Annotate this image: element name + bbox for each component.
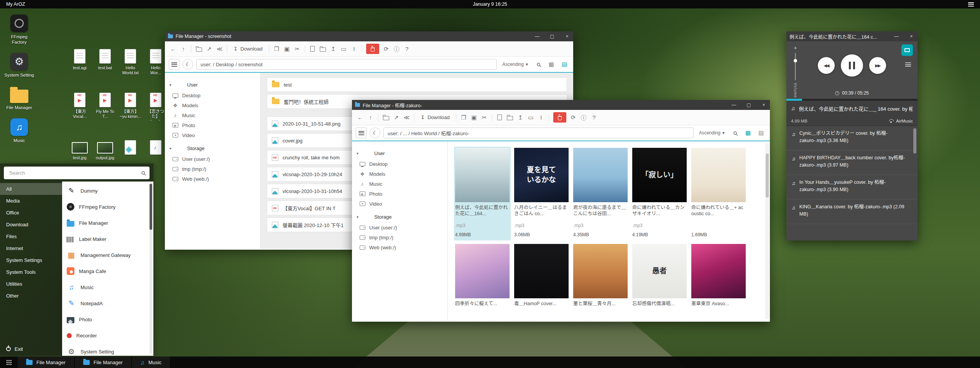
volume-slider-thumb[interactable] <box>794 59 797 62</box>
cut-button[interactable]: ✂ <box>479 112 490 123</box>
up-button[interactable]: ↑ <box>365 112 376 123</box>
next-button[interactable]: ▶▶ <box>869 57 886 74</box>
category-item[interactable]: Download <box>0 219 62 231</box>
playlist-item[interactable]: In Your Hands＿yusukeP cover. by 柘榴-zakur… <box>786 175 918 200</box>
sort-dropdown[interactable]: Ascending▾ <box>502 62 528 67</box>
sidebar-item[interactable]: Video <box>352 199 447 209</box>
sidebar-item[interactable]: tmp (tmp:/) <box>352 232 447 242</box>
desktop-icon[interactable]: FFmpeg Factory <box>4 15 35 45</box>
output-device[interactable]: AirMusic <box>889 119 913 123</box>
category-item[interactable]: Office <box>0 207 62 219</box>
scrollbar[interactable] <box>765 143 769 319</box>
scrollbar-thumb[interactable] <box>913 128 916 154</box>
paste-button[interactable]: ▣ <box>469 112 479 123</box>
info-button[interactable]: ⓘ <box>579 112 589 123</box>
file-tile[interactable]: 例えば、今此処に置かれた花に＿164... .mp3 4.99MB <box>454 147 511 240</box>
sidebar-item[interactable]: Models <box>352 169 447 179</box>
up-button[interactable]: ↑ <box>178 44 189 54</box>
previous-button[interactable]: ◀◀ <box>818 57 835 74</box>
exit-button[interactable]: Exit <box>0 342 62 356</box>
close-button[interactable]: × <box>905 31 918 41</box>
desktop-file[interactable]: test.bat <box>94 49 116 75</box>
sidebar-item[interactable]: Storage <box>352 211 447 222</box>
open-folder-button[interactable] <box>194 44 204 54</box>
sidebar-item[interactable]: User (user:/) <box>352 222 447 232</box>
category-item[interactable]: All <box>0 183 62 195</box>
app-item[interactable]: Manga Cafe <box>62 263 153 279</box>
desktop-file[interactable] <box>120 140 141 160</box>
start-button[interactable] <box>0 357 18 368</box>
desktop-file[interactable]: output.jpg <box>94 140 116 160</box>
app-item[interactable]: Photo <box>62 311 153 327</box>
open-new-window-button[interactable]: ↗ <box>204 44 214 54</box>
help-button[interactable]: ? <box>589 112 599 123</box>
task-button[interactable]: Music <box>132 357 170 368</box>
file-row[interactable]: test <box>267 77 567 92</box>
text-tool-button[interactable]: I <box>536 112 546 123</box>
open-new-window-button[interactable]: ↗ <box>391 112 401 123</box>
new-file-button[interactable] <box>495 112 505 123</box>
close-button[interactable]: × <box>758 100 770 110</box>
title-bar[interactable]: File Manager - screenshot — ▢ × <box>165 31 573 41</box>
title-bar[interactable]: File Manager - 柘榴-zakuro- — ▢ × <box>352 100 770 110</box>
search-button[interactable] <box>533 63 543 66</box>
app-item[interactable]: File Manager <box>62 215 153 231</box>
pause-button[interactable] <box>841 54 863 77</box>
maximize-button[interactable]: ▢ <box>546 31 558 41</box>
search-input[interactable] <box>8 170 138 176</box>
playlist-item[interactable]: HAPPY BIRTHDAY＿back number cover. by柘榴-z… <box>786 150 918 175</box>
sidebar-item[interactable]: Storage <box>165 142 260 154</box>
sidebar-item[interactable]: Music <box>165 110 260 120</box>
grid-view-button[interactable]: ▦ <box>743 129 753 136</box>
sidebar-toggle-button[interactable] <box>169 59 179 70</box>
task-button[interactable]: File Manager <box>75 357 131 368</box>
sidebar-item[interactable]: Desktop <box>352 159 447 169</box>
sidebar-item[interactable]: Music <box>352 179 447 189</box>
help-button[interactable]: ? <box>402 44 412 54</box>
minimize-button[interactable]: — <box>890 31 903 41</box>
desktop-file[interactable]: 【東方Vocal... <box>69 93 90 121</box>
sidebar-item[interactable]: User (user:/) <box>165 154 260 164</box>
sidebar-item[interactable]: User <box>352 147 447 159</box>
app-item[interactable]: NotepadA <box>62 295 153 311</box>
sidebar-toggle-button[interactable] <box>356 128 367 138</box>
search-box[interactable] <box>4 167 150 179</box>
sidebar-item[interactable]: Photo <box>352 189 447 199</box>
file-tile[interactable]: 「寂しい」 命に嫌われている＿カンザキイオリ... .mp3 4.19MB <box>631 147 688 240</box>
back-button[interactable]: ← <box>355 112 365 123</box>
sidebar-item[interactable]: Web (web:/) <box>165 174 260 184</box>
share-button[interactable]: ≪ <box>214 44 225 54</box>
copy-button[interactable]: ❐ <box>459 112 469 123</box>
file-tile[interactable]: 憲章東京 Avaso... <box>690 243 747 321</box>
text-tool-button[interactable]: I <box>349 44 359 54</box>
app-item[interactable]: Dummy <box>62 183 153 199</box>
app-item[interactable]: Music <box>62 279 153 295</box>
desktop-file[interactable]: Fly Me To T... <box>94 93 116 121</box>
file-tile[interactable]: 愚者 忘却感傷代償演唱... <box>631 243 688 321</box>
playlist-item[interactable]: KING＿Kanaria cover. by 柘榴-zakuro-.mp3 (2… <box>786 200 918 224</box>
rename-button[interactable]: ▭ <box>339 44 349 54</box>
dark-mode-toggle[interactable]: ☾ <box>183 59 193 70</box>
category-item[interactable]: Utilities <box>0 278 62 290</box>
breadcrumb[interactable]: user: / Desktop / screenshot <box>196 59 497 70</box>
sidebar-item[interactable]: Desktop <box>165 90 260 100</box>
maximize-button[interactable]: ▢ <box>743 100 755 110</box>
search-icon[interactable] <box>141 171 145 175</box>
sidebar-item[interactable]: tmp (tmp:/) <box>165 164 260 174</box>
sidebar-item[interactable]: Web (web:/) <box>352 242 447 252</box>
grid-view-button[interactable]: ▦ <box>546 61 556 68</box>
rename-button[interactable]: ▭ <box>526 112 536 123</box>
desktop-icon[interactable]: System Setting <box>4 53 35 78</box>
file-tile[interactable]: 君が夜の海に還るまで＿こんにちは谷田... .mp3 4.35MB <box>572 147 629 240</box>
paste-button[interactable]: ▣ <box>282 44 292 54</box>
list-view-button[interactable]: ▤ <box>559 61 569 68</box>
minimize-button[interactable]: — <box>531 31 543 41</box>
task-button[interactable]: File Manager <box>18 357 74 368</box>
file-tile[interactable]: 四季折々に擬えて... <box>454 243 511 321</box>
breadcrumb[interactable]: user: / ... / Hello World / 柘榴-zakuro- <box>383 128 694 138</box>
new-folder-button[interactable] <box>318 44 328 54</box>
search-button[interactable] <box>730 131 740 135</box>
desktop-icon[interactable]: File Manager <box>4 85 35 111</box>
app-item[interactable]: Management Gateway <box>62 247 153 263</box>
download-button[interactable]: ↧Download <box>230 46 266 52</box>
